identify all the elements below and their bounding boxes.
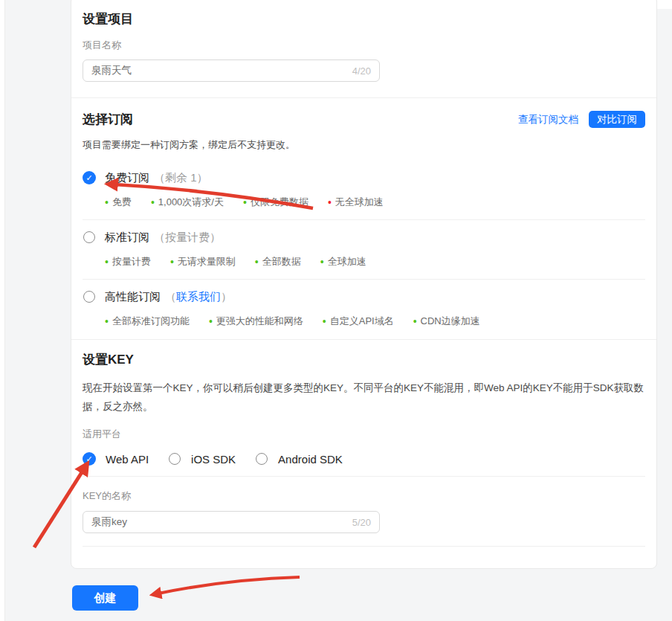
platform-option-web-api[interactable]: Web API	[106, 453, 149, 466]
feature-label: CDN边缘加速	[421, 315, 480, 327]
radio-unchecked-icon[interactable]	[256, 453, 268, 465]
green-bullet-icon: •	[320, 257, 324, 267]
subscription-section: 选择订阅 查看订阅文档 对比订阅 项目需要绑定一种订阅方案，绑定后不支持更改。 …	[71, 97, 656, 339]
feature-label: 免费	[112, 196, 132, 208]
green-bullet-icon: •	[105, 257, 109, 267]
feature-label: 无全球加速	[335, 196, 384, 208]
project-name-label: 项目名称	[83, 39, 645, 51]
green-bullet-icon: •	[413, 316, 417, 326]
project-name-input[interactable]	[91, 65, 346, 77]
green-bullet-icon: •	[151, 197, 155, 207]
option-suffix: （联系我们）	[165, 289, 232, 304]
contact-us-link[interactable]: 联系我们	[176, 290, 221, 303]
platform-option-android-sdk[interactable]: Android SDK	[278, 453, 343, 466]
subscription-option-performance[interactable]: 高性能订阅 （联系我们）	[83, 289, 645, 304]
option-suffix: （按量计费）	[154, 230, 221, 245]
option-suffix: （剩余 1）	[154, 170, 208, 185]
green-bullet-icon: •	[105, 197, 109, 207]
option-features: •全部标准订阅功能 •更强大的性能和网络 •自定义API域名 •CDN边缘加速	[105, 315, 645, 327]
green-bullet-icon: •	[243, 197, 247, 207]
compare-subscription-button[interactable]: 对比订阅	[589, 111, 645, 128]
feature-label: 全球加速	[328, 256, 366, 268]
feature-label: 自定义API域名	[330, 315, 394, 327]
arrow-to-create-button	[158, 577, 300, 593]
platform-option-ios-sdk[interactable]: iOS SDK	[191, 453, 236, 466]
feature-label: 按量计费	[112, 256, 151, 268]
key-name-label: KEY的名称	[83, 490, 645, 502]
platform-radio-group: ✓ Web API iOS SDK Android SDK	[83, 451, 645, 466]
radio-checked-icon[interactable]: ✓	[83, 171, 96, 184]
subscription-option-standard[interactable]: 标准订阅 （按量计费）	[83, 230, 645, 245]
key-name-input[interactable]	[91, 517, 346, 528]
option-title: 免费订阅	[105, 170, 149, 185]
option-features: •按量计费 •无请求量限制 •全部数据 •全球加速	[105, 256, 645, 268]
top-background-band	[657, 0, 672, 9]
key-section-description: 现在开始设置第一个KEY，你可以稍后创建更多类型的KEY。不同平台的KEY不能混…	[83, 379, 645, 416]
green-bullet-icon: •	[255, 257, 259, 267]
paren: （	[165, 290, 176, 303]
feature-label: 更强大的性能和网络	[216, 315, 303, 327]
key-name-counter: 5/20	[352, 517, 371, 528]
radio-unchecked-icon[interactable]	[83, 231, 95, 243]
subscription-option-free[interactable]: ✓ 免费订阅 （剩余 1）	[83, 170, 645, 185]
option-title: 高性能订阅	[105, 289, 161, 304]
create-button[interactable]: 创建	[72, 585, 138, 611]
project-name-textbox[interactable]: 4/20	[83, 59, 380, 82]
green-bullet-icon: •	[209, 316, 213, 326]
key-section-title: 设置KEY	[83, 353, 645, 367]
key-name-textbox[interactable]: 5/20	[83, 511, 380, 533]
option-divider	[83, 279, 645, 280]
option-divider	[83, 219, 645, 220]
green-bullet-icon: •	[170, 257, 174, 267]
section-inner-divider	[83, 546, 645, 547]
feature-label: 仅限免费数据	[251, 196, 308, 208]
radio-unchecked-icon[interactable]	[169, 453, 181, 465]
green-bullet-icon: •	[323, 316, 326, 326]
platform-label: 适用平台	[83, 428, 645, 440]
project-section-title: 设置项目	[83, 12, 645, 27]
feature-label: 全部标准订阅功能	[112, 315, 190, 327]
section-inner-divider	[83, 476, 645, 477]
option-title: 标准订阅	[105, 230, 149, 245]
feature-label: 1,000次请求/天	[158, 196, 224, 208]
project-name-counter: 4/20	[352, 65, 371, 77]
left-page-strip	[0, 0, 5, 621]
radio-unchecked-icon[interactable]	[83, 291, 95, 303]
feature-label: 无请求量限制	[178, 256, 236, 268]
project-settings-section: 设置项目 项目名称 4/20	[71, 0, 656, 97]
create-project-card: 设置项目 项目名称 4/20 选择订阅 查看订阅文档 对比订阅 项目需要绑定一种…	[71, 0, 657, 569]
option-features: •免费 •1,000次请求/天 •仅限免费数据 •无全球加速	[105, 196, 645, 208]
subscription-description: 项目需要绑定一种订阅方案，绑定后不支持更改。	[83, 139, 645, 151]
radio-checked-icon[interactable]: ✓	[83, 452, 96, 466]
paren: ）	[221, 290, 232, 303]
key-settings-section: 设置KEY 现在开始设置第一个KEY，你可以稍后创建更多类型的KEY。不同平台的…	[71, 339, 656, 547]
red-bullet-icon: •	[328, 197, 332, 207]
subscription-section-title: 选择订阅	[83, 112, 133, 127]
feature-label: 全部数据	[262, 256, 301, 268]
subscription-doc-link[interactable]: 查看订阅文档	[518, 112, 578, 127]
green-bullet-icon: •	[105, 316, 109, 326]
